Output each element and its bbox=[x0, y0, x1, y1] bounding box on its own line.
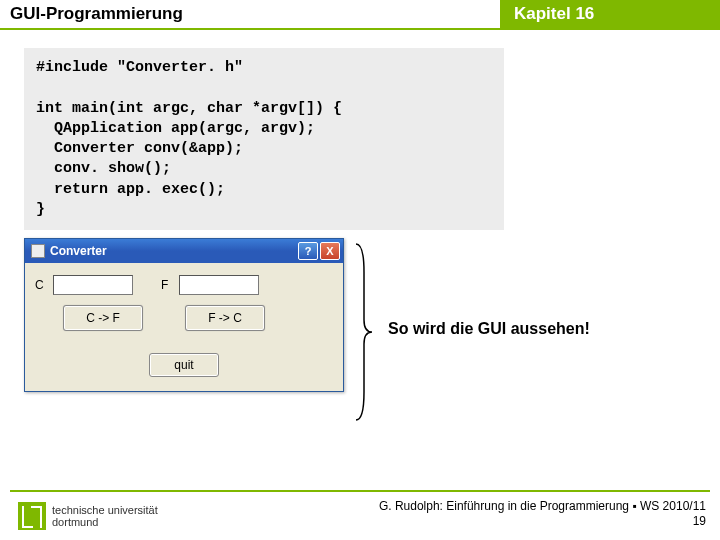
fahrenheit-input[interactable] bbox=[179, 275, 259, 295]
celsius-label: C bbox=[35, 278, 49, 292]
chapter-label: Kapitel 16 bbox=[500, 0, 720, 30]
university-name: technische universität dortmund bbox=[52, 504, 158, 528]
logo-line2: dortmund bbox=[52, 516, 158, 528]
slide-footer: technische universität dortmund G. Rudol… bbox=[18, 499, 706, 530]
university-logo: technische universität dortmund bbox=[18, 502, 158, 530]
quit-button[interactable]: quit bbox=[149, 353, 219, 377]
f-to-c-button[interactable]: F -> C bbox=[185, 305, 265, 331]
logo-line1: technische universität bbox=[52, 504, 158, 516]
window-screenshot: Converter ? X C F C -> F F -> C quit bbox=[24, 238, 344, 392]
window-title: Converter bbox=[50, 244, 296, 258]
fahrenheit-label: F bbox=[161, 278, 175, 292]
page-number: 19 bbox=[379, 514, 706, 530]
window-icon bbox=[31, 244, 45, 258]
gui-caption: So wird die GUI aussehen! bbox=[388, 320, 590, 338]
slide-title: GUI-Programmierung bbox=[0, 0, 500, 30]
credits-line1: G. Rudolph: Einführung in die Programmie… bbox=[379, 499, 706, 515]
tu-logo-icon bbox=[18, 502, 46, 530]
fahrenheit-group: F bbox=[161, 275, 259, 295]
celsius-input[interactable] bbox=[53, 275, 133, 295]
window-body: C F C -> F F -> C quit bbox=[25, 263, 343, 391]
credits: G. Rudolph: Einführung in die Programmie… bbox=[379, 499, 706, 530]
footer-divider bbox=[10, 490, 710, 492]
converter-window: Converter ? X C F C -> F F -> C quit bbox=[24, 238, 344, 392]
close-button[interactable]: X bbox=[320, 242, 340, 260]
celsius-group: C bbox=[35, 275, 133, 295]
code-text: #include "Converter. h" int main(int arg… bbox=[36, 58, 492, 220]
quit-row: quit bbox=[35, 353, 333, 377]
brace-icon bbox=[352, 242, 374, 422]
button-row: C -> F F -> C bbox=[63, 305, 333, 331]
window-titlebar: Converter ? X bbox=[25, 239, 343, 263]
code-block: #include "Converter. h" int main(int arg… bbox=[24, 48, 504, 230]
c-to-f-button[interactable]: C -> F bbox=[63, 305, 143, 331]
slide-header: GUI-Programmierung Kapitel 16 bbox=[0, 0, 720, 30]
help-button[interactable]: ? bbox=[298, 242, 318, 260]
input-row: C F bbox=[35, 275, 333, 295]
